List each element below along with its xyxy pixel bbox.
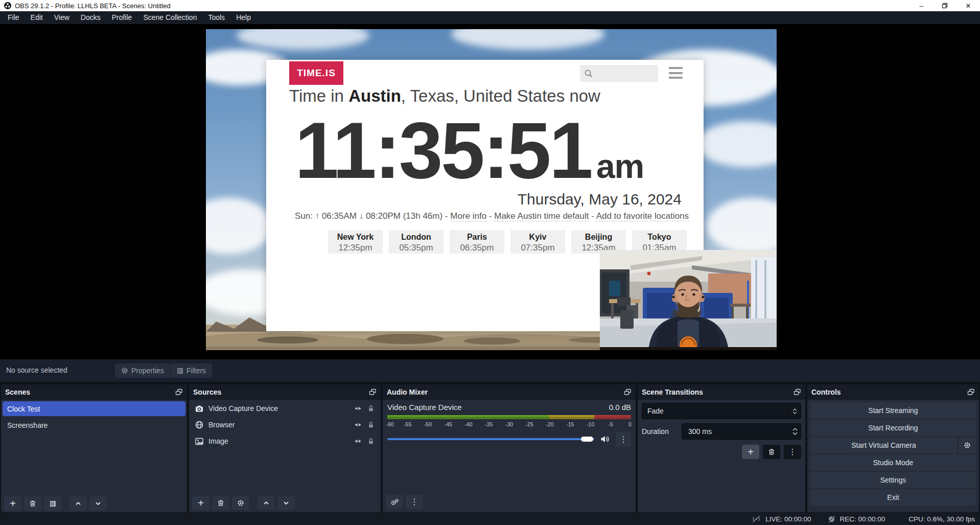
mixer-channel-menu-button[interactable]: ⋮ [616, 431, 631, 447]
select-chevrons-icon [788, 403, 801, 419]
advanced-audio-button[interactable] [386, 495, 403, 509]
live-timecode: LIVE: 00:00:00 [765, 515, 811, 523]
menu-scene-collection[interactable]: Scene Collection [137, 11, 202, 24]
clock-meridiem: am [596, 147, 644, 186]
status-bar: LIVE: 00:00:00 REC: 00:00:00 CPU: 0.6%, … [0, 513, 980, 525]
timeis-search-input [580, 65, 658, 82]
menu-profile[interactable]: Profile [106, 11, 138, 24]
gear-icon [121, 367, 128, 374]
preview-canvas[interactable]: TIME.IS Time in Austin, Texas, United St… [206, 29, 777, 350]
duration-spinbox[interactable]: 300 ms [682, 423, 801, 440]
exit-button[interactable]: Exit [810, 489, 976, 506]
chevron-down-icon [283, 499, 290, 507]
menu-edit[interactable]: Edit [25, 11, 49, 24]
clock-time: 11:35:51 [295, 111, 591, 190]
source-row-image[interactable]: Image [191, 433, 379, 449]
transitions-header: Scene Transitions [638, 384, 805, 400]
scenes-title: Scenes [5, 388, 30, 396]
docks-area: Scenes Clock Test Screenshare + [0, 382, 980, 513]
menu-view[interactable]: View [49, 11, 75, 24]
transition-select[interactable]: Fade [642, 403, 801, 419]
rec-timecode: REC: 00:00:00 [840, 515, 885, 523]
scene-item-screenshare[interactable]: Screenshare [3, 418, 185, 432]
sources-panel: Sources Video Capture Device [189, 384, 381, 512]
city-box: Paris06:35pm [450, 230, 504, 254]
trash-icon [217, 499, 224, 507]
transition-menu-button[interactable]: ⋮ [784, 445, 801, 459]
mixer-menu-button[interactable]: ⋮ [406, 495, 423, 509]
popout-icon[interactable] [967, 389, 975, 396]
add-scene-button[interactable]: + [4, 496, 21, 511]
lock-icon[interactable] [367, 438, 375, 445]
trash-icon [768, 448, 775, 455]
source-selection-bar: No source selected Properties Filters [0, 359, 980, 382]
menu-tools[interactable]: Tools [202, 11, 230, 24]
start-streaming-button[interactable]: Start Streaming [810, 402, 976, 419]
speaker-icon[interactable] [600, 435, 610, 443]
restore-button[interactable] [933, 0, 956, 11]
audio-mixer-panel: Audio Mixer Video Capture Device 0.0 dB … [383, 384, 636, 512]
visibility-eye-icon[interactable] [354, 421, 362, 428]
popout-icon[interactable] [369, 389, 377, 396]
popout-icon[interactable] [794, 389, 801, 396]
menu-file[interactable]: File [2, 11, 25, 24]
spinner-arrows-icon[interactable] [789, 428, 801, 435]
volume-slider[interactable] [387, 438, 594, 440]
move-source-up-button[interactable] [258, 496, 275, 510]
scenes-panel: Scenes Clock Test Screenshare + [1, 384, 187, 512]
popout-icon[interactable] [175, 389, 183, 396]
menu-docks[interactable]: Docks [75, 11, 106, 24]
remove-source-button[interactable] [212, 496, 229, 510]
chevron-up-icon [75, 500, 82, 507]
add-source-button[interactable]: + [192, 496, 209, 510]
lock-icon[interactable] [367, 421, 375, 428]
move-scene-up-button[interactable] [69, 496, 87, 511]
timeis-heading: Time in Austin, Texas, United States now [289, 86, 600, 106]
visibility-eye-icon[interactable] [354, 438, 362, 445]
volume-slider-handle[interactable] [581, 437, 593, 442]
filters-button[interactable]: Filters [171, 363, 212, 378]
remove-scene-button[interactable] [24, 496, 41, 511]
cpu-fps-stats: CPU: 0.6%, 30.00 fps [908, 515, 975, 523]
record-inactive-icon [828, 515, 835, 523]
minimize-button[interactable]: – [909, 0, 933, 11]
controls-panel: Controls Start Streaming Start Recording… [807, 384, 979, 512]
more-info-link: More info [450, 211, 486, 221]
remove-transition-button[interactable] [763, 445, 780, 459]
lock-icon[interactable] [367, 405, 375, 412]
make-default-link: Make Austin time default [494, 211, 589, 221]
visibility-eye-icon[interactable] [354, 405, 362, 412]
add-transition-button[interactable]: + [742, 445, 759, 459]
volume-meter [387, 415, 631, 419]
move-scene-down-button[interactable] [89, 496, 107, 511]
controls-title: Controls [811, 388, 841, 396]
camera-icon [195, 405, 203, 413]
popout-icon[interactable] [624, 389, 632, 396]
restore-icon [942, 3, 948, 9]
menu-help[interactable]: Help [230, 11, 256, 24]
settings-button[interactable]: Settings [810, 472, 976, 488]
controls-header: Controls [807, 384, 979, 400]
scene-filters-button[interactable] [44, 496, 61, 511]
start-virtual-camera-button[interactable]: Start Virtual Camera [810, 437, 957, 453]
properties-button[interactable]: Properties [115, 363, 170, 378]
search-icon [584, 69, 593, 78]
start-recording-button[interactable]: Start Recording [810, 420, 976, 436]
move-source-down-button[interactable] [277, 496, 295, 510]
scene-item-clock-test[interactable]: Clock Test [3, 401, 185, 416]
virtual-camera-config-button[interactable] [959, 437, 976, 453]
close-button[interactable]: ✕ [956, 0, 980, 11]
double-gear-icon [390, 498, 399, 506]
audio-mixer-header: Audio Mixer [383, 384, 636, 400]
source-row-video-capture[interactable]: Video Capture Device [191, 401, 379, 416]
transitions-title: Scene Transitions [642, 388, 703, 396]
studio-mode-button[interactable]: Studio Mode [810, 454, 976, 471]
trash-icon [29, 500, 36, 507]
source-properties-button[interactable] [232, 496, 249, 510]
filter-icon [177, 368, 183, 374]
menu-bar: File Edit View Docks Profile Scene Colle… [0, 11, 980, 24]
mixer-level-db: 0.0 dB [609, 403, 631, 412]
city-box: New York12:35pm [328, 230, 383, 254]
source-row-browser[interactable]: Browser [191, 417, 379, 432]
sources-title: Sources [193, 388, 221, 396]
